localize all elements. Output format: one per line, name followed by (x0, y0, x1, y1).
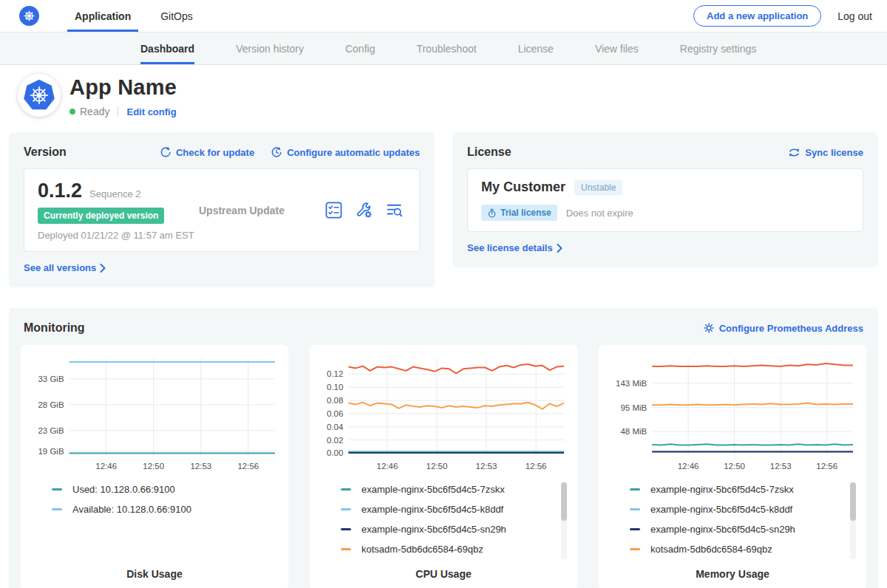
top-navbar: Application GitOps Add a new application… (0, 0, 887, 33)
svg-text:0.00: 0.00 (327, 448, 343, 457)
legend-swatch (630, 488, 640, 490)
legend-label: kotsadm-5db6dc6584-69qbz (650, 544, 772, 555)
divider (118, 106, 118, 117)
svg-text:12:46: 12:46 (678, 462, 699, 471)
svg-text:143 MiB: 143 MiB (616, 379, 648, 388)
svg-text:12:50: 12:50 (143, 462, 164, 471)
legend-label: example-nginx-5bc6f5d4c5-k8ddf (361, 504, 503, 515)
gear-icon (703, 322, 715, 334)
svg-text:12:56: 12:56 (237, 462, 259, 471)
cpu-usage-legend: example-nginx-5bc6f5d4c5-7zskxexample-ng… (341, 484, 555, 555)
legend-scrollbar[interactable] (561, 482, 567, 559)
svg-text:0.06: 0.06 (327, 409, 343, 418)
tab-view-files[interactable]: View files (595, 33, 639, 64)
legend-item: Used: 10.128.0.66:9100 (52, 484, 266, 495)
license-card-title: License (467, 146, 512, 159)
svg-text:0.04: 0.04 (327, 423, 344, 431)
update-type-label: Upstream Update (199, 205, 325, 216)
configure-automatic-updates-label: Configure automatic updates (287, 147, 420, 158)
legend-label: example-nginx-5bc6f5d4c5-sn29h (650, 524, 795, 535)
legend-swatch (341, 548, 351, 550)
tab-troubleshoot[interactable]: Troubleshoot (416, 33, 476, 64)
ready-status-dot (69, 109, 75, 114)
kubernetes-logo-icon (19, 6, 39, 26)
tab-license[interactable]: License (518, 33, 554, 64)
preflight-checks-icon[interactable] (325, 202, 342, 219)
svg-text:12:46: 12:46 (95, 462, 117, 471)
disk-usage-chart: 33 GiB28 GiB23 GiB19 GiB12:4612:5012:531… (30, 354, 279, 474)
svg-text:0.02: 0.02 (327, 436, 343, 445)
app-header: App Name Ready Edit config (0, 65, 887, 128)
svg-text:12:53: 12:53 (770, 462, 792, 471)
app-status-label: Ready (80, 106, 109, 117)
check-for-update-label: Check for update (176, 147, 254, 158)
view-logs-icon[interactable] (386, 202, 403, 219)
trial-license-label: Trial license (500, 208, 551, 218)
cpu-usage-title: CPU Usage (319, 568, 568, 580)
version-card-title: Version (24, 146, 67, 159)
see-all-versions-label: See all versions (24, 262, 96, 273)
legend-label: kotsadm-5db6dc6584-69qbz (361, 544, 483, 555)
legend-swatch (630, 548, 640, 550)
legend-swatch (341, 508, 351, 510)
memory-usage-chart: 143 MiB95 MiB48 MiB12:4612:5012:5312:56 (608, 354, 857, 474)
chevron-right-icon (557, 244, 563, 253)
configure-prometheus-link[interactable]: Configure Prometheus Address (703, 322, 863, 334)
add-application-button[interactable]: Add a new application (693, 5, 821, 27)
svg-text:23 GiB: 23 GiB (38, 426, 64, 435)
legend-label: example-nginx-5bc6f5d4c5-7zskx (361, 484, 505, 495)
svg-text:12:50: 12:50 (724, 462, 745, 471)
customer-name: My Customer (481, 180, 565, 195)
legend-scrollbar[interactable] (850, 482, 856, 559)
legend-label: Used: 10.128.0.66:9100 (72, 484, 175, 495)
tab-config[interactable]: Config (345, 33, 375, 64)
legend-scrollbar-thumb[interactable] (850, 482, 856, 521)
license-card: License Sync license My Customer Unstabl… (452, 132, 878, 267)
page-title: App Name (69, 75, 177, 100)
sync-license-link[interactable]: Sync license (788, 146, 863, 159)
svg-text:28 GiB: 28 GiB (38, 400, 64, 409)
configure-automatic-updates-link[interactable]: Configure automatic updates (271, 146, 420, 158)
monitoring-title: Monitoring (24, 321, 85, 335)
tab-dashboard[interactable]: Dashboard (140, 33, 194, 64)
app-avatar (18, 74, 61, 117)
sequence-label: Sequence 2 (89, 188, 140, 199)
svg-text:19 GiB: 19 GiB (38, 447, 64, 456)
see-license-details-link[interactable]: See license details (467, 242, 563, 253)
svg-text:95 MiB: 95 MiB (620, 403, 647, 412)
logout-button[interactable]: Log out (837, 10, 872, 22)
app-subnav: Dashboard Version history Config Trouble… (0, 33, 887, 65)
tab-registry-settings[interactable]: Registry settings (680, 33, 756, 64)
disk-usage-title: Disk Usage (30, 568, 279, 580)
version-number: 0.1.2 (38, 180, 82, 202)
see-all-versions-link[interactable]: See all versions (24, 262, 106, 273)
cpu-usage-chart: 0.120.100.080.060.040.020.0012:4612:5012… (319, 354, 568, 474)
monitoring-section: Monitoring Configure Prometheus Address … (9, 308, 878, 588)
svg-text:33 GiB: 33 GiB (38, 375, 64, 383)
legend-item: example-nginx-5bc6f5d4c5-7zskx (341, 484, 555, 495)
svg-text:0.08: 0.08 (327, 396, 343, 405)
disk-usage-chart-card: 33 GiB28 GiB23 GiB19 GiB12:4612:5012:531… (21, 345, 288, 588)
legend-scrollbar-thumb[interactable] (561, 482, 567, 521)
legend-item: kotsadm-5db6dc6584-69qbz (630, 544, 844, 555)
memory-usage-chart-card: 143 MiB95 MiB48 MiB12:4612:5012:5312:56 … (599, 345, 866, 588)
svg-text:12:56: 12:56 (526, 462, 547, 471)
svg-text:12:53: 12:53 (476, 462, 497, 471)
topnav-tab-gitops[interactable]: GitOps (156, 0, 197, 32)
trial-license-badge: Trial license (481, 205, 557, 221)
refresh-icon (160, 146, 171, 158)
sync-arrows-icon (788, 146, 801, 159)
channel-badge: Unstable (574, 180, 622, 195)
memory-usage-legend: example-nginx-5bc6f5d4c5-7zskxexample-ng… (630, 484, 844, 555)
configure-prometheus-label: Configure Prometheus Address (719, 323, 863, 334)
topnav-tab-application[interactable]: Application (70, 0, 135, 32)
config-wrench-icon[interactable] (356, 202, 373, 219)
legend-swatch (630, 528, 640, 530)
edit-config-link[interactable]: Edit config (126, 106, 176, 117)
kubernetes-heptagon-icon (22, 78, 56, 112)
check-for-update-link[interactable]: Check for update (160, 146, 254, 158)
sync-license-label: Sync license (805, 147, 863, 158)
brand-logo (19, 0, 39, 32)
tab-version-history[interactable]: Version history (236, 33, 304, 64)
current-version-panel: 0.1.2 Sequence 2 Currently deployed vers… (24, 168, 420, 252)
